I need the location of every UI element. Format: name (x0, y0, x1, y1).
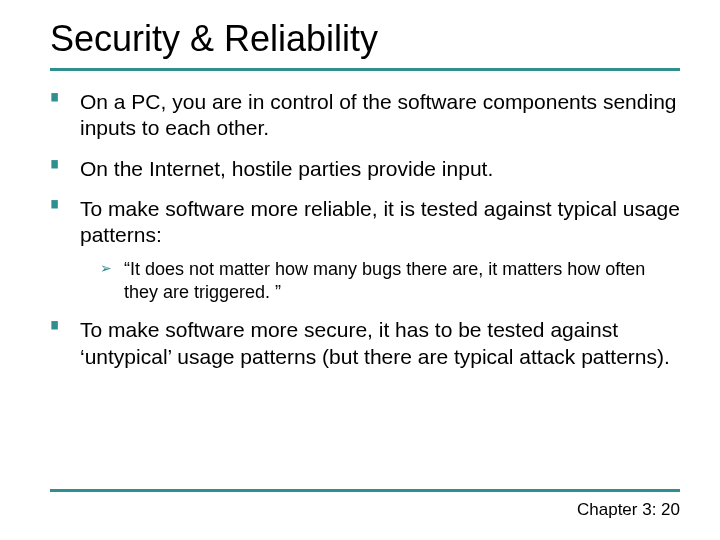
page-title: Security & Reliability (50, 18, 680, 60)
slide: Security & Reliability On a PC, you are … (0, 0, 720, 540)
bullet-text: To make software more reliable, it is te… (80, 197, 680, 246)
bullet-text: On the Internet, hostile parties provide… (80, 157, 493, 180)
list-item: To make software more secure, it has to … (50, 317, 680, 370)
list-item: On the Internet, hostile parties provide… (50, 156, 680, 182)
footer-label: Chapter 3: 20 (577, 500, 680, 520)
bullet-text: To make software more secure, it has to … (80, 318, 670, 367)
footer-divider (50, 489, 680, 492)
title-divider (50, 68, 680, 71)
sub-bullet-text: “It does not matter how many bugs there … (124, 259, 645, 302)
list-item: To make software more reliable, it is te… (50, 196, 680, 304)
list-item: On a PC, you are in control of the softw… (50, 89, 680, 142)
bullet-list: On a PC, you are in control of the softw… (50, 89, 680, 370)
bullet-text: On a PC, you are in control of the softw… (80, 90, 677, 139)
sub-list-item: “It does not matter how many bugs there … (100, 258, 680, 303)
sub-list: “It does not matter how many bugs there … (80, 258, 680, 303)
